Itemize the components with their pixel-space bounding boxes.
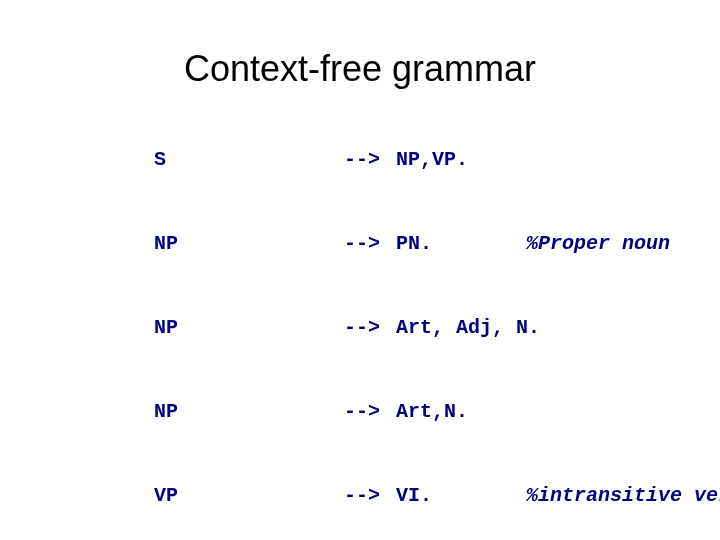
rule-comment: %Proper noun: [526, 230, 670, 258]
grammar-rule: NP-->Art, Adj, N.: [82, 286, 720, 370]
grammar-rule: NP-->Art,N.: [82, 370, 720, 454]
rule-lhs: S: [154, 146, 344, 174]
rule-rhs: Art,N.: [396, 398, 526, 426]
slide: Context-free grammar S-->NP,VP. NP-->PN.…: [0, 0, 720, 540]
grammar-block: S-->NP,VP. NP-->PN.%Proper noun NP-->Art…: [82, 118, 720, 540]
rule-rhs: Art, Adj, N.: [396, 314, 526, 342]
rule-lhs: NP: [154, 230, 344, 258]
rule-arrow: -->: [344, 146, 396, 174]
rule-rhs: NP,VP.: [396, 146, 526, 174]
rule-comment: %intransitive verb: [526, 482, 720, 510]
grammar-rule: VP-->VI.%intransitive verb: [82, 454, 720, 538]
rule-lhs: VP: [154, 482, 344, 510]
rule-arrow: -->: [344, 398, 396, 426]
rule-lhs: NP: [154, 398, 344, 426]
rule-lhs: NP: [154, 314, 344, 342]
rule-arrow: -->: [344, 314, 396, 342]
rule-arrow: -->: [344, 482, 396, 510]
grammar-rule: S-->NP,VP.: [82, 118, 720, 202]
slide-title: Context-free grammar: [0, 0, 720, 118]
grammar-rule: NP-->PN.%Proper noun: [82, 202, 720, 286]
rule-arrow: -->: [344, 230, 396, 258]
rule-rhs: VI.: [396, 482, 526, 510]
rule-rhs: PN.: [396, 230, 526, 258]
